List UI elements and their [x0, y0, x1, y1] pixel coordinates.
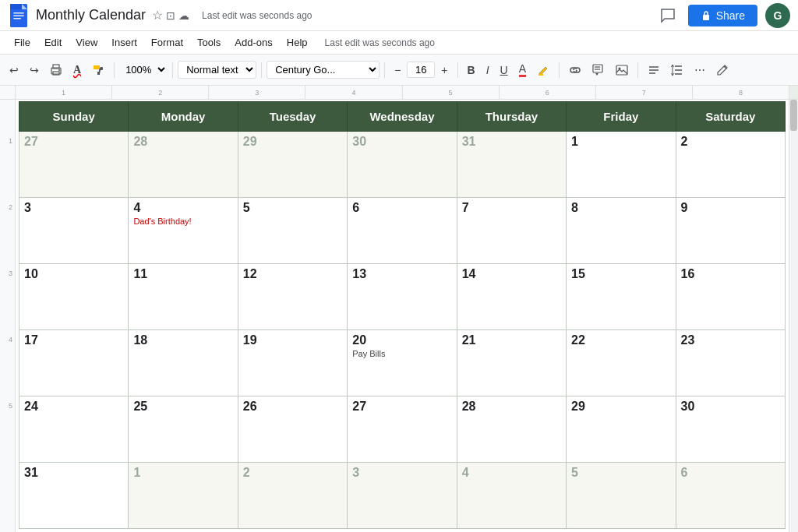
align-button[interactable] [643, 61, 665, 79]
calendar-cell-0-5[interactable]: 1 [567, 132, 676, 198]
calendar-cell-5-1[interactable]: 1 [129, 463, 238, 529]
calendar-cell-0-2[interactable]: 29 [238, 132, 347, 198]
calendar-cell-1-5[interactable]: 8 [567, 198, 676, 264]
calendar-cell-2-0[interactable]: 10 [19, 264, 129, 330]
menu-insert[interactable]: Insert [105, 33, 143, 51]
cell-date-2-4: 14 [462, 267, 561, 281]
calendar-cell-2-4[interactable]: 14 [457, 264, 566, 330]
share-label: Share [716, 9, 745, 22]
scrollbar-thumb[interactable] [790, 100, 797, 131]
row-num-3: 3 [9, 270, 12, 277]
style-select[interactable]: Normal text Heading 1 Heading 2 Title [178, 61, 256, 79]
cell-date-2-5: 15 [571, 267, 670, 281]
cell-date-3-0: 17 [24, 333, 123, 347]
calendar-cell-5-5[interactable]: 5 [567, 463, 676, 529]
share-button[interactable]: Share [688, 5, 757, 26]
cell-date-3-2: 19 [243, 333, 342, 347]
star-icon[interactable]: ☆ [152, 8, 163, 23]
cloud-icon[interactable]: ☁ [178, 9, 189, 22]
calendar-cell-3-3[interactable]: 20Pay Bills [348, 330, 457, 396]
italic-button[interactable]: I [482, 61, 494, 79]
cell-date-4-5: 29 [571, 400, 670, 414]
left-margin: 1 2 3 4 5 [0, 100, 16, 532]
calendar-cell-2-3[interactable]: 13 [348, 264, 457, 330]
font-size-increase[interactable]: + [436, 61, 452, 79]
calendar-cell-4-4[interactable]: 28 [457, 396, 566, 463]
calendar-cell-5-3[interactable]: 3 [348, 463, 457, 529]
font-select[interactable]: Century Go... Arial Times New Roman [267, 61, 380, 79]
image-button[interactable] [611, 61, 633, 79]
cell-date-5-4: 4 [462, 466, 561, 480]
comment-inline-button[interactable] [588, 61, 609, 79]
calendar-cell-1-1[interactable]: 4Dad's Birthday! [129, 198, 238, 264]
calendar-cell-3-4[interactable]: 21 [457, 330, 566, 396]
svg-point-11 [58, 69, 60, 71]
avatar: G [765, 3, 790, 28]
calendar-cell-4-1[interactable]: 25 [129, 396, 238, 463]
folder-icon[interactable]: ⊡ [166, 9, 175, 22]
font-size-decrease[interactable]: − [390, 61, 405, 79]
menu-edit[interactable]: Edit [38, 33, 68, 51]
menu-tools[interactable]: Tools [191, 33, 227, 51]
calendar-cell-0-3[interactable]: 30 [348, 132, 457, 198]
pencil-mode-button[interactable] [711, 61, 733, 79]
cell-date-2-0: 10 [24, 267, 123, 281]
right-scrollbar[interactable] [789, 100, 798, 532]
bold-button[interactable]: B [463, 61, 480, 79]
calendar-cell-2-2[interactable]: 12 [238, 264, 347, 330]
calendar-cell-1-6[interactable]: 9 [676, 198, 785, 264]
text-color-button[interactable]: A [514, 59, 531, 80]
underline-button[interactable]: U [496, 61, 513, 79]
calendar-cell-5-6[interactable]: 6 [676, 463, 785, 529]
more-options-button[interactable]: ⋯ [690, 61, 710, 79]
print-button[interactable] [45, 61, 67, 79]
calendar-cell-2-6[interactable]: 16 [676, 264, 785, 330]
spellcheck-button[interactable]: A [69, 61, 86, 79]
calendar-cell-5-4[interactable]: 4 [457, 463, 566, 529]
calendar-cell-3-6[interactable]: 23 [676, 330, 785, 396]
row-num-5: 5 [9, 402, 12, 410]
zoom-select[interactable]: 100% 75% 125% 150% [119, 62, 168, 78]
menu-help[interactable]: Help [281, 33, 314, 51]
calendar-cell-1-0[interactable]: 3 [19, 198, 129, 264]
calendar-cell-4-6[interactable]: 30 [676, 396, 785, 463]
calendar-cell-5-0[interactable]: 31 [19, 463, 129, 529]
paint-format-button[interactable] [87, 61, 109, 79]
menu-view[interactable]: View [69, 33, 104, 51]
calendar-cell-0-4[interactable]: 31 [457, 132, 566, 198]
redo-button[interactable]: ↪ [25, 61, 44, 79]
calendar-cell-0-0[interactable]: 27 [19, 132, 129, 198]
calendar-cell-1-4[interactable]: 7 [457, 198, 566, 264]
calendar-cell-0-1[interactable]: 28 [129, 132, 238, 198]
calendar-cell-4-5[interactable]: 29 [567, 396, 676, 463]
link-button[interactable] [564, 61, 586, 79]
calendar-cell-1-3[interactable]: 6 [348, 198, 457, 264]
calendar-cell-3-5[interactable]: 22 [567, 330, 676, 396]
cell-date-0-2: 29 [243, 135, 342, 149]
calendar-cell-5-2[interactable]: 2 [238, 463, 347, 529]
calendar-cell-3-0[interactable]: 17 [19, 330, 129, 396]
menu-file[interactable]: File [8, 33, 37, 51]
line-spacing-button[interactable] [666, 61, 688, 79]
cell-date-4-0: 24 [24, 400, 123, 414]
menu-format[interactable]: Format [145, 33, 189, 51]
font-size-input[interactable] [407, 62, 435, 78]
calendar-cell-3-1[interactable]: 18 [129, 330, 238, 396]
row-num-2: 2 [9, 203, 12, 211]
cell-date-1-3: 6 [352, 201, 451, 215]
doc-title: Monthly Calendar [36, 7, 146, 23]
calendar-cell-4-3[interactable]: 27 [348, 396, 457, 463]
calendar-cell-3-2[interactable]: 19 [238, 330, 347, 396]
separator-3 [261, 62, 262, 78]
calendar-cell-1-2[interactable]: 5 [238, 198, 347, 264]
menu-addons[interactable]: Add-ons [228, 33, 278, 51]
calendar-cell-4-0[interactable]: 24 [19, 396, 129, 463]
calendar-cell-2-1[interactable]: 11 [129, 264, 238, 330]
cell-date-0-3: 30 [352, 135, 451, 149]
calendar-cell-4-2[interactable]: 26 [238, 396, 347, 463]
calendar-cell-2-5[interactable]: 15 [567, 264, 676, 330]
calendar-cell-0-6[interactable]: 2 [676, 132, 785, 198]
highlight-button[interactable] [532, 61, 554, 79]
undo-button[interactable]: ↩ [5, 61, 23, 79]
comment-button[interactable] [654, 2, 682, 30]
